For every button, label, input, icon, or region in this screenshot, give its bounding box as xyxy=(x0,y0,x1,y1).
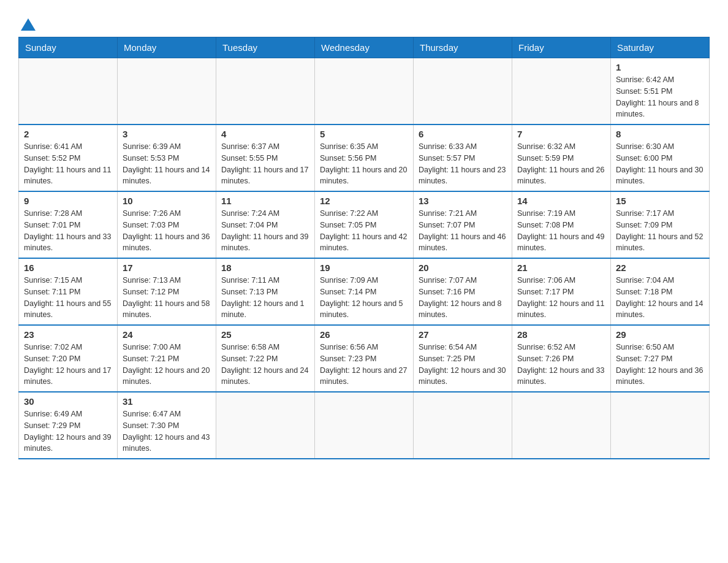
day-info: Sunrise: 7:26 AMSunset: 7:03 PMDaylight:… xyxy=(123,208,211,254)
calendar-cell xyxy=(414,392,512,459)
calendar-cell: 29Sunrise: 6:50 AMSunset: 7:27 PMDayligh… xyxy=(611,325,710,392)
calendar-cell: 11Sunrise: 7:24 AMSunset: 7:04 PMDayligh… xyxy=(216,191,315,258)
calendar-cell xyxy=(315,58,414,125)
day-info: Sunrise: 7:00 AMSunset: 7:21 PMDaylight:… xyxy=(123,342,211,388)
day-info: Sunrise: 6:37 AMSunset: 5:55 PMDaylight:… xyxy=(221,141,309,187)
calendar-cell: 22Sunrise: 7:04 AMSunset: 7:18 PMDayligh… xyxy=(611,258,710,325)
calendar-cell: 10Sunrise: 7:26 AMSunset: 7:03 PMDayligh… xyxy=(118,191,216,258)
calendar-cell: 16Sunrise: 7:15 AMSunset: 7:11 PMDayligh… xyxy=(19,258,118,325)
day-info: Sunrise: 6:52 AMSunset: 7:26 PMDaylight:… xyxy=(517,342,605,388)
calendar-cell: 21Sunrise: 7:06 AMSunset: 7:17 PMDayligh… xyxy=(512,258,611,325)
day-info: Sunrise: 7:15 AMSunset: 7:11 PMDaylight:… xyxy=(24,275,112,321)
day-info: Sunrise: 6:58 AMSunset: 7:22 PMDaylight:… xyxy=(221,342,309,388)
day-number: 29 xyxy=(616,329,704,340)
calendar-cell xyxy=(512,58,611,125)
day-number: 13 xyxy=(419,196,507,206)
weekday-header-friday: Friday xyxy=(512,37,611,58)
day-info: Sunrise: 6:41 AMSunset: 5:52 PMDaylight:… xyxy=(24,141,112,187)
day-info: Sunrise: 7:07 AMSunset: 7:16 PMDaylight:… xyxy=(419,275,507,321)
day-number: 6 xyxy=(419,129,507,139)
day-number: 26 xyxy=(320,329,408,340)
day-number: 1 xyxy=(616,62,704,72)
weekday-header-sunday: Sunday xyxy=(19,37,118,58)
calendar-cell xyxy=(414,58,512,125)
day-number: 7 xyxy=(517,129,605,139)
day-info: Sunrise: 6:32 AMSunset: 5:59 PMDaylight:… xyxy=(517,141,605,187)
day-info: Sunrise: 7:28 AMSunset: 7:01 PMDaylight:… xyxy=(24,208,112,254)
calendar-cell: 1Sunrise: 6:42 AMSunset: 5:51 PMDaylight… xyxy=(611,58,710,125)
day-number: 18 xyxy=(221,262,309,273)
day-info: Sunrise: 6:30 AMSunset: 6:00 PMDaylight:… xyxy=(616,141,704,187)
calendar-cell: 28Sunrise: 6:52 AMSunset: 7:26 PMDayligh… xyxy=(512,325,611,392)
calendar-week-row: 23Sunrise: 7:02 AMSunset: 7:20 PMDayligh… xyxy=(19,325,710,392)
calendar-header: SundayMondayTuesdayWednesdayThursdayFrid… xyxy=(19,37,710,58)
calendar-cell: 4Sunrise: 6:37 AMSunset: 5:55 PMDaylight… xyxy=(216,124,315,191)
day-number: 5 xyxy=(320,129,408,139)
day-info: Sunrise: 6:54 AMSunset: 7:25 PMDaylight:… xyxy=(419,342,507,388)
day-number: 11 xyxy=(221,196,309,206)
logo-triangle-icon xyxy=(21,18,36,31)
calendar-cell xyxy=(216,58,315,125)
logo xyxy=(18,12,36,31)
day-number: 8 xyxy=(616,129,704,139)
day-number: 9 xyxy=(24,196,112,206)
calendar-cell xyxy=(611,392,710,459)
day-number: 3 xyxy=(123,129,211,139)
calendar-week-row: 1Sunrise: 6:42 AMSunset: 5:51 PMDaylight… xyxy=(19,58,710,125)
day-info: Sunrise: 6:50 AMSunset: 7:27 PMDaylight:… xyxy=(616,342,704,388)
calendar-cell: 18Sunrise: 7:11 AMSunset: 7:13 PMDayligh… xyxy=(216,258,315,325)
calendar-cell: 27Sunrise: 6:54 AMSunset: 7:25 PMDayligh… xyxy=(414,325,512,392)
calendar-cell: 15Sunrise: 7:17 AMSunset: 7:09 PMDayligh… xyxy=(611,191,710,258)
calendar-cell: 24Sunrise: 7:00 AMSunset: 7:21 PMDayligh… xyxy=(118,325,216,392)
day-number: 24 xyxy=(123,329,211,340)
day-info: Sunrise: 6:49 AMSunset: 7:29 PMDaylight:… xyxy=(24,408,112,454)
day-number: 21 xyxy=(517,262,605,273)
day-number: 23 xyxy=(24,329,112,340)
day-info: Sunrise: 6:47 AMSunset: 7:30 PMDaylight:… xyxy=(123,408,211,454)
calendar-cell xyxy=(315,392,414,459)
weekday-header-monday: Monday xyxy=(118,37,216,58)
calendar-week-row: 2Sunrise: 6:41 AMSunset: 5:52 PMDaylight… xyxy=(19,124,710,191)
calendar-body: 1Sunrise: 6:42 AMSunset: 5:51 PMDaylight… xyxy=(19,58,710,459)
calendar-cell: 14Sunrise: 7:19 AMSunset: 7:08 PMDayligh… xyxy=(512,191,611,258)
day-info: Sunrise: 7:17 AMSunset: 7:09 PMDaylight:… xyxy=(616,208,704,254)
day-info: Sunrise: 6:39 AMSunset: 5:53 PMDaylight:… xyxy=(123,141,211,187)
calendar-cell: 30Sunrise: 6:49 AMSunset: 7:29 PMDayligh… xyxy=(19,392,118,459)
day-number: 22 xyxy=(616,262,704,273)
day-info: Sunrise: 7:04 AMSunset: 7:18 PMDaylight:… xyxy=(616,275,704,321)
weekday-header-wednesday: Wednesday xyxy=(315,37,414,58)
day-info: Sunrise: 6:56 AMSunset: 7:23 PMDaylight:… xyxy=(320,342,408,388)
calendar-cell: 8Sunrise: 6:30 AMSunset: 6:00 PMDaylight… xyxy=(611,124,710,191)
calendar-cell: 13Sunrise: 7:21 AMSunset: 7:07 PMDayligh… xyxy=(414,191,512,258)
calendar-cell: 3Sunrise: 6:39 AMSunset: 5:53 PMDaylight… xyxy=(118,124,216,191)
calendar-cell: 5Sunrise: 6:35 AMSunset: 5:56 PMDaylight… xyxy=(315,124,414,191)
day-info: Sunrise: 7:19 AMSunset: 7:08 PMDaylight:… xyxy=(517,208,605,254)
day-info: Sunrise: 6:35 AMSunset: 5:56 PMDaylight:… xyxy=(320,141,408,187)
weekday-header-thursday: Thursday xyxy=(414,37,512,58)
day-number: 17 xyxy=(123,262,211,273)
day-number: 14 xyxy=(517,196,605,206)
day-info: Sunrise: 7:13 AMSunset: 7:12 PMDaylight:… xyxy=(123,275,211,321)
day-number: 27 xyxy=(419,329,507,340)
calendar-week-row: 9Sunrise: 7:28 AMSunset: 7:01 PMDaylight… xyxy=(19,191,710,258)
calendar-cell: 31Sunrise: 6:47 AMSunset: 7:30 PMDayligh… xyxy=(118,392,216,459)
logo-general-text xyxy=(18,18,36,31)
day-info: Sunrise: 7:02 AMSunset: 7:20 PMDaylight:… xyxy=(24,342,112,388)
day-info: Sunrise: 7:22 AMSunset: 7:05 PMDaylight:… xyxy=(320,208,408,254)
day-info: Sunrise: 7:06 AMSunset: 7:17 PMDaylight:… xyxy=(517,275,605,321)
page-header xyxy=(18,12,710,31)
day-number: 16 xyxy=(24,262,112,273)
calendar-cell: 9Sunrise: 7:28 AMSunset: 7:01 PMDaylight… xyxy=(19,191,118,258)
day-number: 20 xyxy=(419,262,507,273)
day-info: Sunrise: 7:24 AMSunset: 7:04 PMDaylight:… xyxy=(221,208,309,254)
day-number: 28 xyxy=(517,329,605,340)
day-number: 25 xyxy=(221,329,309,340)
day-number: 31 xyxy=(123,396,211,407)
weekday-header-tuesday: Tuesday xyxy=(216,37,315,58)
calendar-cell: 12Sunrise: 7:22 AMSunset: 7:05 PMDayligh… xyxy=(315,191,414,258)
calendar-cell: 6Sunrise: 6:33 AMSunset: 5:57 PMDaylight… xyxy=(414,124,512,191)
day-number: 15 xyxy=(616,196,704,206)
calendar-week-row: 30Sunrise: 6:49 AMSunset: 7:29 PMDayligh… xyxy=(19,392,710,459)
calendar-cell: 25Sunrise: 6:58 AMSunset: 7:22 PMDayligh… xyxy=(216,325,315,392)
day-number: 2 xyxy=(24,129,112,139)
